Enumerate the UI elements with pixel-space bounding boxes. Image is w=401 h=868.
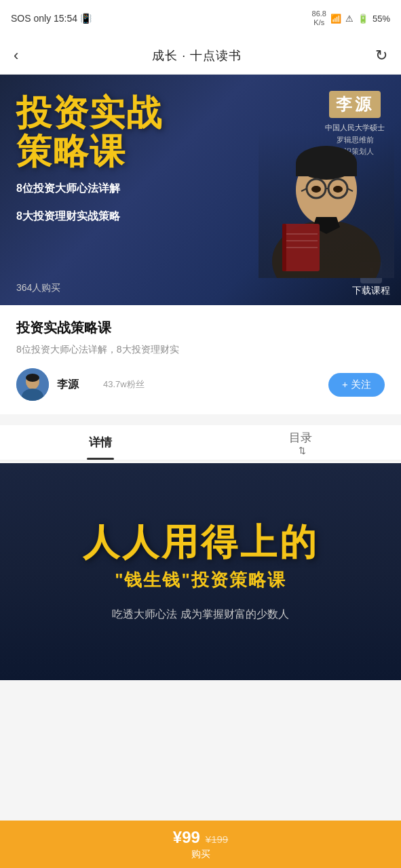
promo-tagline: 吃透大师心法 成为掌握财富的少数人 xyxy=(112,606,288,623)
tabs-bar: 详情 目录 ⇅ xyxy=(0,425,401,460)
buy-label: 购买 xyxy=(191,848,210,861)
purchase-count: 364人购买 xyxy=(16,282,60,294)
wifi-icon: 📶 xyxy=(330,14,341,24)
hero-banner: 投资实战 策略课 8位投资大师心法详解 8大投资理财实战策略 364人购买 ⬇ … xyxy=(0,75,401,305)
follow-button[interactable]: + 关注 xyxy=(328,373,385,397)
refresh-button[interactable]: ↻ xyxy=(375,47,387,64)
status-bar: SOS only 15:54 📳 86.8 K/s 📶 ⚠ 🔋 55% xyxy=(0,0,401,37)
svg-point-21 xyxy=(26,374,39,382)
instructor-portrait xyxy=(259,129,394,278)
sort-icon: ⇅ xyxy=(299,446,306,456)
divider xyxy=(0,420,401,425)
promo-banner: 人人用得上的 "钱生钱"投资策略课 吃透大师心法 成为掌握财富的少数人 xyxy=(0,463,401,680)
price-row: ¥99 ¥199 xyxy=(173,828,228,847)
status-right: 86.8 K/s 📶 ⚠ 🔋 55% xyxy=(312,9,390,27)
speed-indicator: 86.8 K/s xyxy=(312,9,326,27)
detail-content: 人人用得上的 "钱生钱"投资策略课 吃透大师心法 成为掌握财富的少数人 xyxy=(0,463,401,680)
svg-rect-14 xyxy=(282,224,286,271)
back-button[interactable]: ‹ xyxy=(14,47,18,64)
tab-catalog[interactable]: 目录 ⇅ xyxy=(201,425,402,460)
course-desc: 8位投资大师心法详解，8大投资理财实 xyxy=(16,344,385,356)
course-title: 投资实战策略课 xyxy=(16,319,385,337)
svg-point-11 xyxy=(333,186,343,193)
signal-icon: 📳 xyxy=(80,13,92,24)
svg-point-10 xyxy=(311,186,321,193)
promo-main-title: 人人用得上的 xyxy=(83,521,319,563)
instructor-row: 李源 43.7w粉丝 + 关注 xyxy=(16,368,385,401)
battery-icon: 🔋 xyxy=(358,14,368,24)
status-left: SOS only 15:54 📳 xyxy=(11,13,92,24)
svg-rect-4 xyxy=(296,163,357,176)
instructor-badge-name: 李源 xyxy=(329,91,381,118)
page-title: 成长 · 十点读书 xyxy=(152,47,242,64)
avatar xyxy=(16,368,49,401)
instructor-fans: 43.7w粉丝 xyxy=(103,378,145,391)
price-original: ¥199 xyxy=(206,833,228,845)
instructor-name: 李源 xyxy=(57,378,79,392)
battery-percent: 55% xyxy=(373,14,390,24)
course-card: 投资实战策略课 8位投资大师心法详解，8大投资理财实 李源 43.7w粉丝 + … xyxy=(0,305,401,414)
nav-bar: ‹ 成长 · 十点读书 ↻ xyxy=(0,37,401,75)
tab-details[interactable]: 详情 xyxy=(0,425,201,460)
signal-strength-icon: ⚠ xyxy=(345,14,354,24)
promo-sub-title: "钱生钱"投资策略课 xyxy=(115,568,286,592)
bottom-bar[interactable]: ¥99 ¥199 购买 xyxy=(0,821,401,868)
sos-status: SOS only 15:54 xyxy=(11,13,77,24)
price-current: ¥99 xyxy=(173,828,200,847)
